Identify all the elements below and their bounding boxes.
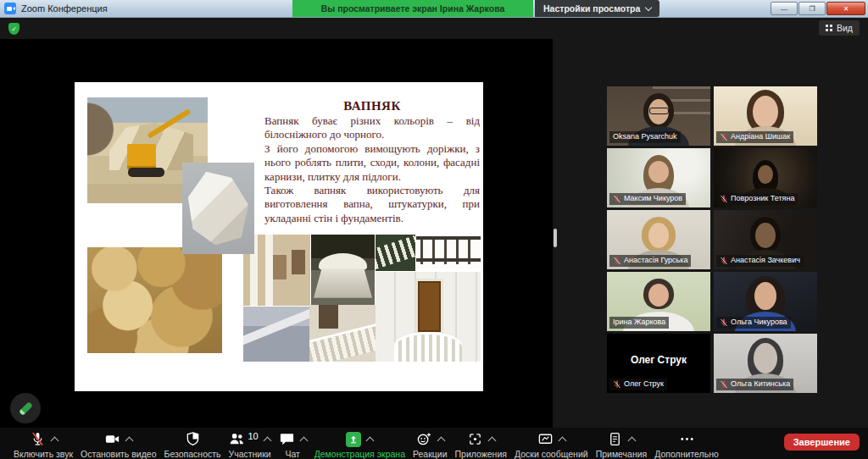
chevron-up-icon[interactable] — [487, 436, 496, 445]
photo-balustrade-stairs — [376, 235, 415, 271]
slide-body-text: Вапняк буває різних кольорів – від білос… — [264, 114, 480, 225]
limestone-pile-photo — [87, 247, 222, 353]
slide-title: ВАПНЯК — [264, 99, 480, 113]
notes-icon — [607, 431, 623, 447]
participants-button[interactable]: 10 Участники — [229, 431, 271, 459]
chevron-up-icon[interactable] — [558, 436, 566, 445]
more-button[interactable]: Дополнительно — [654, 431, 719, 459]
participants-count-badge: 10 — [248, 431, 258, 441]
view-button-label: Вид — [837, 23, 853, 33]
unmute-button[interactable]: Включить звук — [14, 431, 73, 459]
window-controls: — ❐ ✕ — [771, 2, 865, 15]
participant-tile[interactable]: Анастасія Зачкевич — [714, 210, 817, 269]
slide-paragraph: Також вапняк використовують для виготовл… — [264, 184, 480, 225]
whiteboards-button[interactable]: Доски сообщений — [515, 431, 588, 459]
excavator-track — [128, 168, 164, 177]
participant-nametag: Oksana Pysarchuk — [609, 131, 681, 143]
participant-tile[interactable]: Максим Чикуров — [607, 148, 710, 207]
participant-tile[interactable]: Ольга Китинська — [714, 334, 817, 393]
muted-mic-icon — [720, 318, 728, 327]
meeting-toolbar: Включить звук Остановить видео Безопасно… — [0, 428, 868, 459]
chevron-up-icon[interactable] — [125, 436, 134, 445]
security-shield-icon: ✓ — [8, 23, 19, 35]
muted-mic-icon — [720, 380, 728, 389]
chevron-up-icon[interactable] — [628, 436, 637, 445]
view-button[interactable]: Вид — [819, 20, 860, 36]
ellipsis-icon — [679, 431, 695, 447]
participant-nametag: Олег Струк — [609, 379, 667, 390]
participant-tile[interactable]: Ольга Чикурова — [714, 272, 817, 331]
participant-nametag: Ольга Китинська — [716, 379, 793, 390]
white-limestone-rock-photo — [182, 163, 254, 254]
muted-mic-icon — [613, 257, 621, 265]
share-screen-icon — [346, 432, 361, 447]
annotate-button[interactable] — [10, 393, 41, 423]
participant-tile-active-speaker[interactable]: Ірина Жаркова — [607, 272, 710, 331]
excavator-body — [127, 144, 156, 169]
pen-icon — [19, 401, 33, 416]
muted-mic-icon — [613, 195, 621, 203]
security-button[interactable]: Безопасность — [164, 431, 221, 459]
slide-paragraph: З його допомогою вимощують доріжки, з нь… — [264, 142, 480, 184]
minimize-button[interactable]: — — [771, 2, 798, 15]
chat-icon — [279, 431, 295, 447]
shield-icon — [185, 431, 201, 447]
participant-nametag: Поврозник Тетяна — [716, 193, 798, 205]
chevron-up-icon[interactable] — [299, 436, 308, 445]
participants-icon — [229, 431, 245, 447]
restore-button[interactable]: ❐ — [798, 2, 826, 15]
excavator-boom — [147, 108, 191, 138]
close-button[interactable]: ✕ — [826, 2, 865, 15]
mic-muted-icon — [30, 431, 46, 447]
participant-tile[interactable]: Андріана Шишак — [714, 86, 817, 146]
app-title: Zoom Конференция — [21, 3, 108, 14]
window-titlebar: Zoom Конференция Вы просматриваете экран… — [0, 0, 868, 18]
share-screen-button[interactable]: Демонстрация экрана — [314, 431, 405, 459]
participants-gallery: Oksana Pysarchuk Андріана Шишак Максим Ч… — [607, 86, 821, 393]
shared-screen-viewport: ВАПНЯК Вапняк буває різних кольорів – ві… — [0, 39, 553, 428]
muted-mic-icon — [720, 133, 728, 141]
apps-button[interactable]: Приложения — [455, 431, 507, 459]
participant-tile[interactable]: Анастасія Гурська — [607, 210, 710, 269]
architecture-collage — [243, 235, 481, 362]
presentation-slide: ВАПНЯК Вапняк буває різних кольорів – ві… — [75, 82, 483, 391]
camera-icon — [104, 431, 120, 447]
photo-house-entrance — [376, 272, 481, 362]
glasses — [649, 108, 669, 114]
slide-paragraph: Вапняк буває різних кольорів – від білос… — [264, 114, 480, 142]
chevron-up-icon[interactable] — [263, 436, 271, 445]
participant-nametag: Ірина Жаркова — [609, 317, 669, 329]
photo-porch-stairs — [309, 305, 376, 362]
notes-button[interactable]: Примечания — [596, 431, 648, 459]
participant-tile[interactable]: Поврозник Тетяна — [714, 148, 817, 207]
screen-viewing-banner: Вы просматриваете экран Ірина Жаркова — [292, 0, 533, 17]
chevron-down-icon — [645, 4, 652, 11]
chevron-up-icon[interactable] — [366, 436, 375, 445]
view-settings-button[interactable]: Настройки просмотра — [535, 0, 659, 17]
smiley-plus-icon — [416, 431, 432, 447]
reactions-button[interactable]: Реакции — [413, 431, 448, 459]
photo-column-base — [311, 235, 375, 305]
participant-nametag: Андріана Шишак — [716, 131, 793, 143]
chevron-up-icon[interactable] — [437, 436, 445, 445]
participant-tile-camera-off[interactable]: Олег Струк Олег Струк — [607, 334, 710, 393]
participant-nametag: Анастасія Зачкевич — [716, 255, 804, 267]
muted-mic-icon — [720, 195, 728, 203]
stop-video-button[interactable]: Остановить видео — [81, 431, 156, 459]
zoom-app-icon — [4, 3, 16, 14]
participant-tile[interactable]: Oksana Pysarchuk — [607, 86, 710, 146]
photo-gray-building — [243, 307, 309, 362]
muted-mic-icon — [613, 380, 621, 389]
chevron-up-icon[interactable] — [50, 436, 58, 445]
chat-button[interactable]: Чат — [279, 431, 307, 459]
grid-view-icon — [826, 25, 832, 31]
photo-baluster-drawings — [416, 235, 481, 268]
apps-icon — [467, 431, 483, 447]
muted-mic-icon — [720, 257, 728, 265]
view-settings-label: Настройки просмотра — [543, 3, 640, 14]
end-meeting-button[interactable]: Завершение — [784, 434, 860, 451]
camera-off-display-name: Олег Струк — [607, 354, 710, 366]
zoom-app-window: Zoom Конференция Вы просматриваете экран… — [0, 0, 868, 459]
scrollbar-thumb[interactable] — [554, 229, 557, 247]
whiteboard-icon — [537, 431, 554, 447]
